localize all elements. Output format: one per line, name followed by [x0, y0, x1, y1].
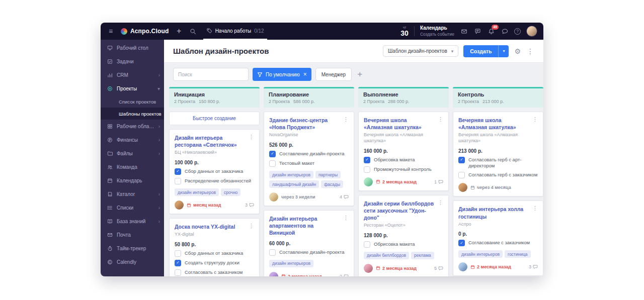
card-kebab-icon[interactable]: ⋮	[438, 117, 443, 122]
create-button[interactable]: Создать ▾	[463, 45, 509, 57]
card-kebab-icon[interactable]: ⋮	[438, 200, 443, 206]
sidebar-subitem-3-0[interactable]: Список проектов	[101, 95, 164, 108]
tag[interactable]: фасады	[321, 180, 343, 188]
task-row[interactable]: ✓Обрисовка макета	[364, 157, 443, 163]
create-dropdown-arrow[interactable]: ▾	[498, 45, 509, 57]
tag[interactable]: срочно	[221, 188, 240, 196]
sidebar-item-7[interactable]: Команда	[101, 160, 164, 174]
task-checkbox[interactable]	[269, 160, 276, 167]
menu-toggle-icon[interactable]: ≡	[107, 27, 115, 35]
task-row[interactable]: Сбор данных от заказчика	[175, 250, 254, 257]
task-checkbox[interactable]: ✓	[458, 240, 465, 246]
project-title-link[interactable]: Дизайн серии биллбордов сети закусочных …	[364, 200, 435, 222]
kebab-menu-icon[interactable]: ⋮	[526, 47, 534, 55]
project-card[interactable]: Дизайн интерьера ресторана «Светлячок»⋮Б…	[169, 129, 260, 214]
comment-count[interactable]: 5	[434, 266, 443, 271]
project-card[interactable]: Дизайн интерьера апартаментов на Виницко…	[264, 210, 354, 276]
task-row[interactable]: Промежуточный контроль	[364, 166, 443, 173]
task-row[interactable]: Согласовать герб с заказчиком	[458, 172, 538, 178]
task-row[interactable]: ✓Сбор данных от заказчика	[175, 168, 254, 175]
messages-icon[interactable]	[473, 27, 481, 35]
project-title-link[interactable]: Дизайн интерьера холла гостиницы	[458, 206, 529, 220]
date-widget[interactable]: чт 30	[400, 26, 409, 37]
task-checkbox[interactable]: ✓	[458, 157, 465, 163]
tag[interactable]: дизайн интерьеров	[269, 260, 313, 267]
sidebar-item-10[interactable]: Списки›	[101, 201, 164, 215]
sidebar-item-9[interactable]: Каталог›	[101, 187, 164, 201]
task-row[interactable]: Тестовый макет	[269, 160, 349, 167]
project-card[interactable]: Дизайн интерьера холла гостиницы⋮Аспро0 …	[453, 201, 543, 276]
project-title-link[interactable]: Вечерняя школа «Алмазная шкатулка»	[364, 117, 435, 131]
project-title-link[interactable]: Здание бизнес-центра «Нова Проджект»	[269, 117, 340, 131]
settings-gear-icon[interactable]: ⚙	[514, 47, 521, 55]
assignee-avatar[interactable]	[269, 272, 278, 276]
task-row[interactable]: ✓Составление дизайн-проекта	[269, 151, 349, 157]
quick-add-button[interactable]: +	[175, 27, 183, 35]
task-row[interactable]: ✓Согласовать герб с арт-директором	[458, 157, 538, 169]
task-checkbox[interactable]	[175, 250, 181, 257]
assignee-avatar[interactable]	[458, 183, 467, 192]
task-checkbox[interactable]	[269, 249, 276, 256]
sidebar-item-2[interactable]: CRM›	[101, 68, 164, 82]
sidebar-item-5[interactable]: Финансы›	[101, 133, 164, 147]
comment-count[interactable]: 4	[340, 194, 349, 199]
tag[interactable]: дизайн интерьеров	[269, 171, 313, 178]
tag[interactable]: дизайн биллбордов	[364, 252, 409, 259]
card-kebab-icon[interactable]: ⋮	[343, 215, 349, 221]
card-kebab-icon[interactable]: ⋮	[249, 223, 254, 229]
sidebar-item-14[interactable]: Calendly	[101, 255, 164, 269]
task-checkbox[interactable]: ✓	[175, 260, 181, 266]
search-input[interactable]	[173, 68, 249, 81]
task-row[interactable]: Обрисовка макета	[364, 241, 443, 248]
notifications-bell-icon[interactable]: 49	[487, 27, 495, 35]
assignee-avatar[interactable]	[269, 192, 278, 202]
calendar-widget[interactable]: Календарь Создать событие	[420, 25, 454, 37]
tag[interactable]: реклама	[411, 252, 434, 259]
sidebar-item-1[interactable]: Задачи	[101, 55, 164, 68]
app-logo[interactable]: Аспро.Cloud	[121, 28, 169, 35]
chat-bubble-icon[interactable]	[501, 27, 509, 35]
project-title-link[interactable]: Доска почета YX-digital	[175, 223, 246, 230]
task-row[interactable]: ✓Согласование с заказчиком	[458, 240, 538, 246]
sidebar-item-8[interactable]: Календарь	[101, 174, 164, 187]
comment-count[interactable]: 3	[529, 264, 538, 269]
project-card[interactable]: Дизайн серии биллбордов сети закусочных …	[358, 195, 449, 276]
tag[interactable]: дизайн интерьеров	[175, 188, 219, 196]
quick-create-button[interactable]: Быстрое создание	[169, 112, 260, 125]
assignee-avatar[interactable]	[458, 262, 467, 271]
task-checkbox[interactable]: ✓	[364, 157, 370, 163]
task-row[interactable]: Составление дизайн-проекта	[269, 249, 349, 256]
assignee-avatar[interactable]	[364, 177, 373, 186]
task-row[interactable]: Согласовать с заказчиком	[175, 269, 254, 276]
remove-filter-icon[interactable]: ×	[303, 71, 307, 78]
comment-count[interactable]: 3	[245, 203, 254, 208]
task-checkbox[interactable]	[175, 178, 181, 184]
card-kebab-icon[interactable]: ⋮	[343, 117, 349, 122]
project-card[interactable]: Доска почета YX-digital⋮YX-digital50 800…	[169, 218, 260, 276]
sidebar-item-11[interactable]: База знаний›	[101, 215, 164, 228]
sidebar-item-0[interactable]: Рабочий стол	[101, 41, 164, 55]
tag[interactable]: ландшафтный дизайн	[269, 180, 319, 188]
project-title-link[interactable]: Дизайн интерьера апартаментов на Виницко…	[269, 215, 340, 237]
project-title-link[interactable]: Вечерняя школа «Алмазная шкатулка»	[458, 117, 529, 131]
task-checkbox[interactable]	[458, 172, 465, 178]
mail-icon[interactable]	[460, 27, 468, 35]
sidebar-subitem-3-1[interactable]: Шаблоны проектов	[101, 108, 164, 120]
card-kebab-icon[interactable]: ⋮	[249, 134, 254, 140]
card-kebab-icon[interactable]: ⋮	[532, 206, 538, 211]
onboarding-tab[interactable]: Начало работы 0/12	[203, 23, 267, 40]
create-button-label[interactable]: Создать	[463, 45, 498, 57]
card-kebab-icon[interactable]: ⋮	[532, 117, 538, 122]
filter-chip[interactable]: По умолчанию ×	[253, 68, 311, 81]
assignee-avatar[interactable]	[364, 264, 373, 273]
project-card[interactable]: Вечерняя школа «Алмазная шкатулка»⋮Вечер…	[453, 112, 543, 196]
project-card[interactable]: Вечерняя школа «Алмазная шкатулка»⋮Вечер…	[358, 112, 449, 191]
sidebar-item-4[interactable]: Рабочие области›	[101, 120, 164, 133]
task-checkbox[interactable]: ✓	[175, 168, 181, 175]
task-checkbox[interactable]: ✓	[269, 151, 276, 157]
project-title-link[interactable]: Дизайн интерьера ресторана «Светлячок»	[175, 134, 246, 148]
search-icon[interactable]	[189, 27, 197, 35]
tag[interactable]: дизайн интерьеров	[458, 250, 503, 258]
task-checkbox[interactable]	[175, 269, 181, 276]
assignee-avatar[interactable]	[175, 201, 184, 210]
